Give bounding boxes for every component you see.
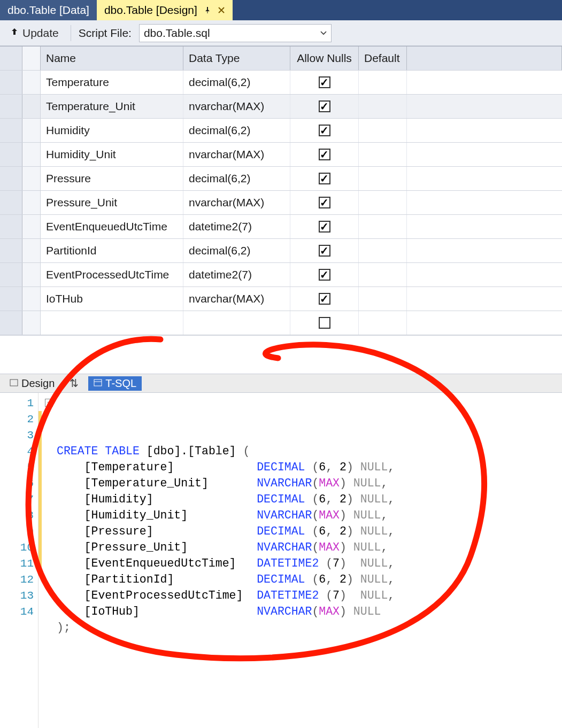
table-row[interactable]: PartitionIddecimal(6,2) <box>0 239 562 263</box>
swap-panes-icon[interactable]: ⇅ <box>66 377 82 390</box>
table-row[interactable]: Pressuredecimal(6,2) <box>0 167 562 191</box>
row-nulls[interactable] <box>290 95 359 118</box>
table-row[interactable]: IoTHubnvarchar(MAX) <box>0 287 562 311</box>
row-nulls[interactable] <box>290 311 359 335</box>
row-type[interactable]: datetime2(7) <box>183 215 290 238</box>
table-row[interactable]: EventEnqueuedUtcTimedatetime2(7) <box>0 215 562 239</box>
row-nulls[interactable] <box>290 191 359 214</box>
row-name[interactable]: Humidity_Unit <box>41 143 183 166</box>
code-line[interactable] <box>57 652 562 668</box>
allow-nulls-checkbox[interactable] <box>319 125 330 136</box>
row-name[interactable]: Pressure <box>41 167 183 190</box>
lower-tab-tsql[interactable]: T-SQL <box>88 376 142 391</box>
row-name[interactable]: Temperature_Unit <box>41 95 183 118</box>
code-line[interactable]: [Humidity] DECIMAL (6, 2) NULL, <box>57 491 562 507</box>
tab-data[interactable]: dbo.Table [Data] <box>0 0 97 20</box>
row-head[interactable] <box>0 239 22 262</box>
row-type[interactable] <box>183 311 290 335</box>
row-default[interactable] <box>359 191 407 214</box>
code-area[interactable]: − CREATE TABLE [dbo].[Table] ( [Temperat… <box>42 393 562 728</box>
row-default[interactable] <box>359 311 407 335</box>
row-default[interactable] <box>359 71 407 94</box>
row-type[interactable]: nvarchar(MAX) <box>183 287 290 311</box>
row-nulls[interactable] <box>290 167 359 190</box>
row-name[interactable]: Temperature <box>41 71 183 94</box>
code-line[interactable]: [Humidity_Unit] NVARCHAR(MAX) NULL, <box>57 507 562 523</box>
header-nulls[interactable]: Allow Nulls <box>290 47 359 70</box>
row-type[interactable]: nvarchar(MAX) <box>183 143 290 166</box>
allow-nulls-checkbox[interactable] <box>319 269 330 281</box>
row-head[interactable] <box>0 167 22 190</box>
row-head[interactable] <box>0 287 22 311</box>
row-default[interactable] <box>359 119 407 142</box>
row-type[interactable]: decimal(6,2) <box>183 71 290 94</box>
allow-nulls-checkbox[interactable] <box>319 100 330 112</box>
row-type[interactable]: nvarchar(MAX) <box>183 95 290 118</box>
row-default[interactable] <box>359 263 407 286</box>
code-line[interactable]: [Temperature_Unit] NVARCHAR(MAX) NULL, <box>57 475 562 491</box>
table-row[interactable]: Pressure_Unitnvarchar(MAX) <box>0 191 562 215</box>
allow-nulls-checkbox[interactable] <box>319 221 330 233</box>
code-line[interactable]: [Pressure] DECIMAL (6, 2) NULL, <box>57 523 562 539</box>
allow-nulls-checkbox[interactable] <box>319 293 330 305</box>
tab-design[interactable]: dbo.Table [Design] <box>97 0 233 20</box>
row-default[interactable] <box>359 167 407 190</box>
header-type[interactable]: Data Type <box>183 47 290 70</box>
allow-nulls-checkbox[interactable] <box>319 173 330 184</box>
code-line[interactable]: ); <box>57 619 562 636</box>
row-nulls[interactable] <box>290 239 359 262</box>
row-nulls[interactable] <box>290 119 359 142</box>
pin-icon[interactable] <box>204 6 211 14</box>
splitter-gap[interactable] <box>0 335 562 374</box>
row-nulls[interactable] <box>290 287 359 311</box>
table-row[interactable]: Temperaturedecimal(6,2) <box>0 71 562 95</box>
row-name[interactable]: IoTHub <box>41 287 183 311</box>
row-head[interactable] <box>0 143 22 166</box>
code-line[interactable]: [Temperature] DECIMAL (6, 2) NULL, <box>57 459 562 475</box>
header-default[interactable]: Default <box>359 47 407 70</box>
row-nulls[interactable] <box>290 71 359 94</box>
allow-nulls-checkbox[interactable] <box>319 317 330 329</box>
row-name[interactable] <box>41 311 183 335</box>
table-row[interactable]: Humiditydecimal(6,2) <box>0 119 562 143</box>
code-line[interactable] <box>57 636 562 652</box>
row-name[interactable]: Humidity <box>41 119 183 142</box>
code-line[interactable]: [Pressure_Unit] NVARCHAR(MAX) NULL, <box>57 539 562 555</box>
row-head[interactable] <box>0 119 22 142</box>
code-line[interactable]: [IoTHub] NVARCHAR(MAX) NULL <box>57 603 562 619</box>
row-type[interactable]: decimal(6,2) <box>183 167 290 190</box>
row-default[interactable] <box>359 95 407 118</box>
row-nulls[interactable] <box>290 143 359 166</box>
code-line[interactable]: [EventProcessedUtcTime] DATETIME2 (7) NU… <box>57 587 562 603</box>
row-type[interactable]: nvarchar(MAX) <box>183 191 290 214</box>
row-head[interactable] <box>0 191 22 214</box>
code-line[interactable]: [EventEnqueuedUtcTime] DATETIME2 (7) NUL… <box>57 555 562 571</box>
close-icon[interactable] <box>218 6 225 14</box>
row-head[interactable] <box>0 95 22 118</box>
lower-tab-design[interactable]: Design <box>4 376 60 391</box>
row-name[interactable]: PartitionId <box>41 239 183 262</box>
code-line[interactable]: CREATE TABLE [dbo].[Table] ( <box>57 443 562 459</box>
row-name[interactable]: EventEnqueuedUtcTime <box>41 215 183 238</box>
row-default[interactable] <box>359 239 407 262</box>
allow-nulls-checkbox[interactable] <box>319 149 330 160</box>
table-row[interactable]: EventProcessedUtcTimedatetime2(7) <box>0 263 562 287</box>
allow-nulls-checkbox[interactable] <box>319 245 330 257</box>
row-type[interactable]: decimal(6,2) <box>183 239 290 262</box>
table-row[interactable] <box>0 311 562 335</box>
row-head[interactable] <box>0 263 22 286</box>
code-line[interactable]: [PartitionId] DECIMAL (6, 2) NULL, <box>57 571 562 587</box>
row-type[interactable]: decimal(6,2) <box>183 119 290 142</box>
outline-collapse-icon[interactable]: − <box>45 399 53 407</box>
row-name[interactable]: Pressure_Unit <box>41 191 183 214</box>
table-row[interactable]: Temperature_Unitnvarchar(MAX) <box>0 95 562 119</box>
table-row[interactable]: Humidity_Unitnvarchar(MAX) <box>0 143 562 167</box>
script-file-dropdown[interactable]: dbo.Table.sql <box>139 24 332 42</box>
row-nulls[interactable] <box>290 263 359 286</box>
row-default[interactable] <box>359 215 407 238</box>
row-head[interactable] <box>0 215 22 238</box>
header-name[interactable]: Name <box>41 47 183 70</box>
row-default[interactable] <box>359 287 407 311</box>
update-button[interactable]: Update <box>5 26 63 41</box>
allow-nulls-checkbox[interactable] <box>319 76 330 88</box>
